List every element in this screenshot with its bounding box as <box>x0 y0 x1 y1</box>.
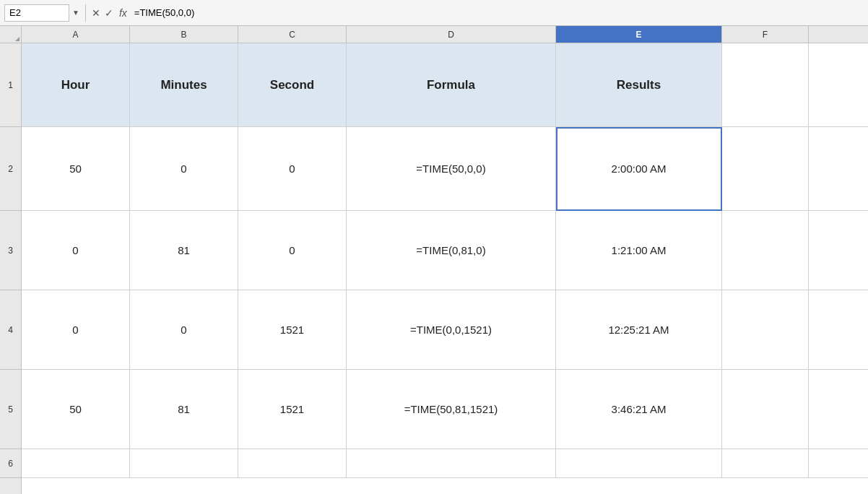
cell-B6[interactable] <box>130 449 238 478</box>
row-header-1[interactable]: 1 <box>0 43 21 127</box>
grid-row-6 <box>22 449 868 478</box>
cell-A5[interactable]: 50 <box>22 370 130 449</box>
formula-bar: E2 ▼ ✕ ✓ fx <box>0 0 868 26</box>
col-header-B[interactable]: B <box>130 26 238 43</box>
col-header-D[interactable]: D <box>347 26 556 43</box>
cell-C4[interactable]: 1521 <box>238 290 347 370</box>
cell-E6[interactable] <box>556 449 722 478</box>
cell-ref-text: E2 <box>9 7 21 18</box>
cell-E5[interactable]: 3:46:21 AM <box>556 370 722 449</box>
cell-C2[interactable]: 0 <box>238 127 347 211</box>
cell-B2[interactable]: 0 <box>130 127 238 211</box>
row-header-5[interactable]: 5 <box>0 370 21 449</box>
cell-A2[interactable]: 50 <box>22 127 130 211</box>
cell-D4[interactable]: =TIME(0,0,1521) <box>347 290 556 370</box>
cell-D6[interactable] <box>347 449 556 478</box>
cell-A6[interactable] <box>22 449 130 478</box>
cell-reference-box[interactable]: E2 <box>4 4 69 22</box>
spreadsheet: E2 ▼ ✕ ✓ fx A B C D E F 1 2 3 4 5 6 <box>0 0 868 494</box>
column-headers: A B C D E F <box>0 26 868 43</box>
cell-E2[interactable]: 2:00:00 AM <box>556 127 722 211</box>
col-header-C[interactable]: C <box>238 26 347 43</box>
cell-D2[interactable]: =TIME(50,0,0) <box>347 127 556 211</box>
grid-row-2: 50 0 0 =TIME(50,0,0) 2:00:00 AM <box>22 127 868 211</box>
cell-F4[interactable] <box>722 290 809 370</box>
formula-bar-icons: ✕ ✓ <box>92 7 113 19</box>
cell-B5[interactable]: 81 <box>130 370 238 449</box>
formula-bar-divider <box>85 4 86 22</box>
cell-F5[interactable] <box>722 370 809 449</box>
formula-input[interactable] <box>134 4 864 22</box>
cell-C3[interactable]: 0 <box>238 211 347 290</box>
confirm-icon[interactable]: ✓ <box>105 7 113 19</box>
cell-C5[interactable]: 1521 <box>238 370 347 449</box>
row-header-4[interactable]: 4 <box>0 290 21 370</box>
cancel-icon[interactable]: ✕ <box>92 7 100 19</box>
col-header-F[interactable]: F <box>722 26 809 43</box>
cell-A3[interactable]: 0 <box>22 211 130 290</box>
corner-cell[interactable] <box>0 26 22 43</box>
cell-B1[interactable]: Minutes <box>130 43 238 127</box>
cell-D3[interactable]: =TIME(0,81,0) <box>347 211 556 290</box>
row-header-6[interactable]: 6 <box>0 449 21 478</box>
fx-label: fx <box>119 7 127 19</box>
cell-D1[interactable]: Formula <box>347 43 556 127</box>
cell-B3[interactable]: 81 <box>130 211 238 290</box>
cell-C6[interactable] <box>238 449 347 478</box>
cell-B4[interactable]: 0 <box>130 290 238 370</box>
table-body: 1 2 3 4 5 6 Hour Minutes Second Formula … <box>0 43 868 494</box>
grid-row-5: 50 81 1521 =TIME(50,81,1521) 3:46:21 AM <box>22 370 868 449</box>
cell-ref-dropdown[interactable]: ▼ <box>72 9 79 17</box>
cell-E4[interactable]: 12:25:21 AM <box>556 290 722 370</box>
grid-row-4: 0 0 1521 =TIME(0,0,1521) 12:25:21 AM <box>22 290 868 370</box>
cell-A4[interactable]: 0 <box>22 290 130 370</box>
row-header-2[interactable]: 2 <box>0 127 21 211</box>
cell-E1[interactable]: Results <box>556 43 722 127</box>
col-header-E[interactable]: E <box>556 26 722 43</box>
cell-F6[interactable] <box>722 449 809 478</box>
cell-C1[interactable]: Second <box>238 43 347 127</box>
cell-F3[interactable] <box>722 211 809 290</box>
cell-E3[interactable]: 1:21:00 AM <box>556 211 722 290</box>
grid-area: Hour Minutes Second Formula Results 50 0… <box>22 43 868 494</box>
col-header-A[interactable]: A <box>22 26 130 43</box>
cell-A1[interactable]: Hour <box>22 43 130 127</box>
grid-row-3: 0 81 0 =TIME(0,81,0) 1:21:00 AM <box>22 211 868 290</box>
row-header-3[interactable]: 3 <box>0 211 21 290</box>
cell-D5[interactable]: =TIME(50,81,1521) <box>347 370 556 449</box>
grid-row-1: Hour Minutes Second Formula Results <box>22 43 868 127</box>
row-headers: 1 2 3 4 5 6 <box>0 43 22 494</box>
cell-F2[interactable] <box>722 127 809 211</box>
cell-F1[interactable] <box>722 43 809 127</box>
